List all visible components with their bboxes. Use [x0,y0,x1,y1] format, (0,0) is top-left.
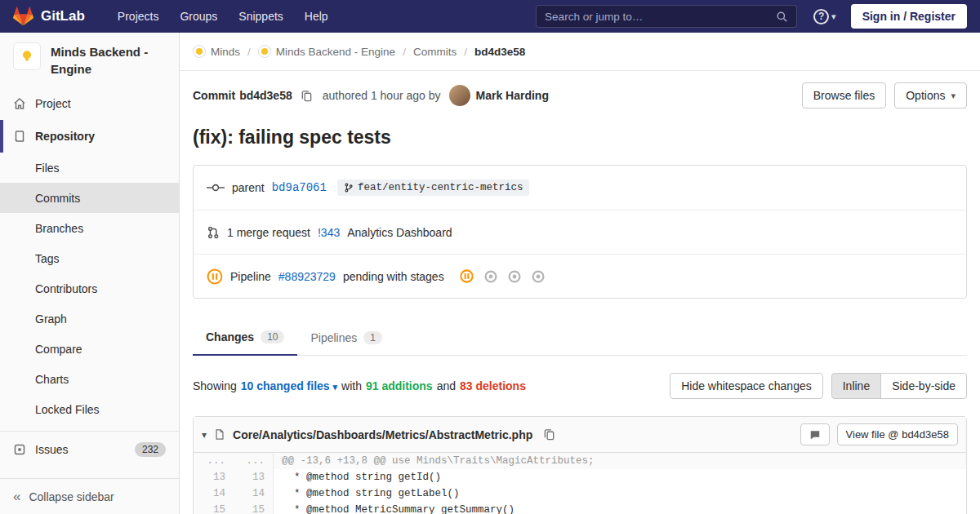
tab-changes[interactable]: Changes 10 [193,320,297,356]
nav-item-projects[interactable]: Projects [108,6,169,27]
authored-text: authored 1 hour ago by [323,89,441,102]
gitlab-tanuki-icon [13,7,33,26]
commit-icon [207,182,225,193]
pipelines-count-badge: 1 [363,331,382,344]
old-line-number[interactable]: 13 [194,469,234,485]
new-line-number: ... [234,453,274,469]
nav-item-groups[interactable]: Groups [170,6,227,27]
brand-name: GitLab [41,8,85,24]
sidebar-item-commits[interactable]: Commits [0,183,179,213]
breadcrumb-separator: / [403,46,406,58]
tab-pipelines[interactable]: Pipelines 1 [297,320,395,355]
sidebar-item-repository[interactable]: Repository [0,120,179,153]
breadcrumb-separator: / [247,46,251,58]
hunk-header-text: @@ -13,6 +13,8 @@ use Minds\Traits\Magic… [274,453,966,469]
breadcrumb-commits[interactable]: Commits [413,46,457,58]
sidebar-item-tags[interactable]: Tags [0,243,179,273]
issues-icon [13,443,26,456]
branch-ref-chip[interactable]: feat/entity-centric-metrics [337,179,530,196]
nav-item-help[interactable]: Help [295,6,338,27]
copy-file-path-button[interactable] [541,427,557,442]
diff-summary-row: Showing 10 changed files ▾ with 91 addit… [193,356,967,416]
code-text: * @method string getLabel() [274,485,966,502]
copy-icon [543,428,555,441]
sidebar-item-locked-files[interactable]: Locked Files [0,394,179,424]
stage-created-icon[interactable] [508,270,521,283]
browse-files-button[interactable]: Browse files [802,82,886,109]
sidebar-item-issues[interactable]: Issues 232 [0,433,179,466]
branch-icon [344,183,354,193]
file-path[interactable]: Core/Analytics/Dashboards/Metrics/Abstra… [233,428,532,441]
and-text: and [437,379,456,392]
view-file-button[interactable]: View file @ bd4d3e58 [837,423,958,445]
help-icon: ? [813,9,829,24]
file-diff-block: ▾ Core/Analytics/Dashboards/Metrics/Abst… [193,416,967,514]
parent-sha-link[interactable]: bd9a7061 [272,181,327,194]
nav-item-snippets[interactable]: Snippets [229,6,292,27]
sidebar-project-header[interactable]: Minds Backend - Engine [0,33,179,87]
sidebar-item-graph[interactable]: Graph [0,304,179,334]
group-avatar-icon [193,45,206,58]
parent-row: parent bd9a7061 feat/entity-centric-metr… [194,166,966,210]
sidebar-item-project[interactable]: Project [0,87,179,120]
options-dropdown-button[interactable]: Options ▾ [894,82,967,109]
mr-id-link[interactable]: !343 [318,226,340,239]
pipeline-id-link[interactable]: #88923729 [278,270,336,283]
sidebar-item-files[interactable]: Files [0,153,179,183]
breadcrumb-project[interactable]: Minds Backend - Engine [258,45,395,58]
collapse-sidebar-button[interactable]: « Collapse sidebar [0,478,179,514]
chevron-down-icon: ▾ [951,91,956,101]
copy-sha-button[interactable] [299,88,314,104]
global-search[interactable] [536,5,797,28]
sidebar-item-contributors[interactable]: Contributors [0,273,179,304]
copy-icon [301,90,313,102]
old-line-number[interactable]: 14 [194,485,234,502]
toggle-comments-button[interactable] [800,423,830,445]
diff-hunk-line: ... ... @@ -13,6 +13,8 @@ use Minds\Trai… [194,453,966,469]
breadcrumb-group[interactable]: Minds [193,45,240,58]
parent-label: parent [232,181,265,194]
main-content: Minds / Minds Backend - Engine / Commits… [180,33,980,514]
diff-context-line[interactable]: 13 13 * @method string getId() [194,469,966,485]
project-sidebar: Minds Backend - Engine Project Repositor… [0,33,180,514]
stage-created-icon[interactable] [532,270,545,283]
stage-pending-icon[interactable] [460,269,474,283]
merge-request-icon [207,226,220,239]
old-line-number[interactable]: 15 [194,502,234,514]
diff-context-line[interactable]: 15 15 * @method MetricSummary getSummary… [194,502,966,514]
diff-context-line[interactable]: 14 14 * @method string getLabel() [194,485,966,502]
old-line-number: ... [194,453,234,469]
project-avatar-icon [258,45,271,58]
sidebar-item-branches[interactable]: Branches [0,213,179,243]
pipeline-label: Pipeline [230,270,271,283]
inline-view-button[interactable]: Inline [831,373,881,399]
new-line-number[interactable]: 13 [234,469,274,485]
chevron-down-icon: ▾ [831,11,836,22]
author-name[interactable]: Mark Harding [476,89,549,102]
project-avatar [13,42,41,70]
mr-count-text: 1 merge request [227,226,310,239]
search-input[interactable] [545,11,776,23]
new-line-number[interactable]: 15 [234,502,274,514]
sidebar-item-charts[interactable]: Charts [0,364,179,394]
hide-whitespace-button[interactable]: Hide whitespace changes [670,373,823,399]
sidebar-item-compare[interactable]: Compare [0,334,179,364]
commit-meta-row: Commit bd4d3e58 authored 1 hour ago by M… [193,71,967,113]
repository-icon [13,130,26,143]
side-by-side-view-button[interactable]: Side-by-side [880,373,967,399]
author-avatar[interactable] [449,85,470,106]
sign-in-button[interactable]: Sign in / Register [851,4,967,29]
file-diff-header: ▾ Core/Analytics/Dashboards/Metrics/Abst… [194,417,966,453]
help-dropdown[interactable]: ? ▾ [813,9,836,24]
top-navbar: GitLab Projects Groups Snippets Help ? ▾… [0,0,980,33]
code-text: * @method MetricSummary getSummary() [274,502,966,514]
mr-title-link[interactable]: Analytics Dashboard [347,226,452,239]
stage-created-icon[interactable] [484,270,497,283]
changed-files-dropdown[interactable]: 10 changed files ▾ [241,379,337,392]
search-icon [776,11,788,23]
collapse-file-caret-icon[interactable]: ▾ [202,429,207,441]
gitlab-home-link[interactable]: GitLab [13,7,85,26]
new-line-number[interactable]: 14 [234,485,274,502]
breadcrumb: Minds / Minds Backend - Engine / Commits… [180,33,980,71]
code-text: * @method string getId() [274,469,966,485]
